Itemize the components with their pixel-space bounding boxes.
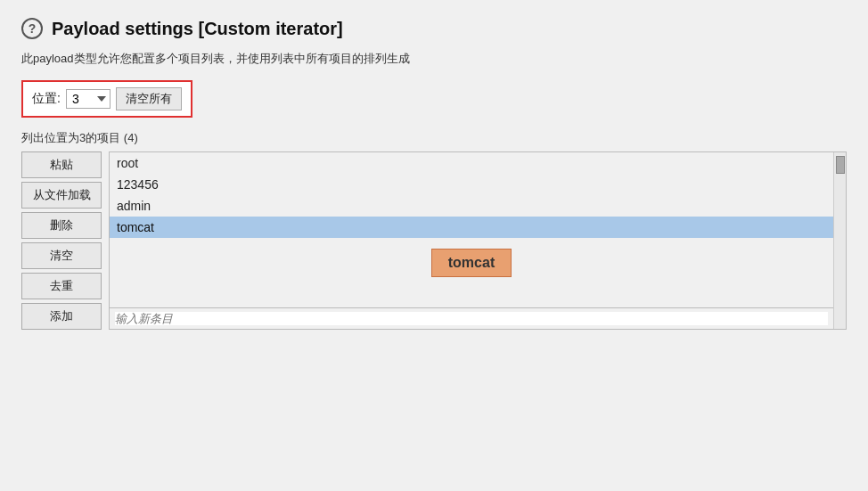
clear-button[interactable]: 清空	[21, 242, 102, 269]
scrollbar[interactable]	[833, 152, 846, 329]
position-select[interactable]: 1 2 3 4 5 6 7 8	[66, 89, 111, 109]
list-title: 列出位置为3的项目 (4)	[21, 130, 847, 146]
page-title: Payload settings [Custom iterator]	[52, 19, 343, 39]
page-container: ? Payload settings [Custom iterator] 此pa…	[21, 18, 847, 330]
header: ? Payload settings [Custom iterator]	[21, 18, 847, 39]
main-area: 粘贴 从文件加载 删除 清空 去重 添加 root 123456 admin t…	[21, 151, 847, 330]
position-bar: 位置: 1 2 3 4 5 6 7 8 清空所有	[21, 80, 192, 118]
list-item[interactable]: 123456	[110, 174, 833, 195]
list-item[interactable]: root	[110, 152, 833, 174]
description-text: 此payload类型允许您配置多个项目列表，并使用列表中所有项目的排列生成	[21, 50, 847, 68]
clear-all-button[interactable]: 清空所有	[116, 87, 182, 110]
position-label: 位置:	[32, 91, 61, 107]
list-item[interactable]: admin	[110, 195, 833, 217]
add-button[interactable]: 添加	[21, 303, 102, 330]
scrollbar-thumb[interactable]	[836, 156, 845, 174]
delete-button[interactable]: 删除	[21, 212, 102, 239]
help-icon[interactable]: ?	[21, 18, 43, 39]
load-file-button[interactable]: 从文件加载	[21, 182, 102, 209]
input-row	[110, 307, 833, 329]
list-items: root 123456 admin tomcat tomcat	[110, 152, 833, 307]
list-item-selected[interactable]: tomcat	[110, 217, 833, 238]
deduplicate-button[interactable]: 去重	[21, 273, 102, 299]
tooltip-badge: tomcat	[431, 249, 512, 277]
tooltip-area: tomcat	[110, 238, 833, 288]
action-buttons-panel: 粘贴 从文件加载 删除 清空 去重 添加	[21, 151, 102, 330]
list-panel: root 123456 admin tomcat tomcat	[109, 151, 847, 330]
paste-button[interactable]: 粘贴	[21, 151, 102, 178]
new-item-input[interactable]	[115, 312, 828, 325]
list-content: root 123456 admin tomcat tomcat	[110, 152, 833, 329]
